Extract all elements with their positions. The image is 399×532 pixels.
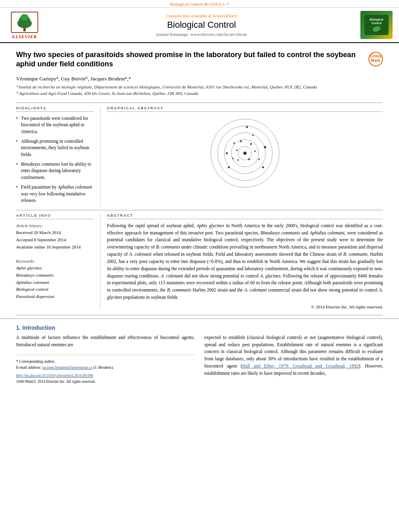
doi-link[interactable]: http://dx.doi.org/10.1016/j.biocontrol.2… xyxy=(16,373,195,378)
journal-header-center: Contents lists available at ScienceDirec… xyxy=(43,13,360,37)
keyword-5: Parasitoid dispersion xyxy=(16,293,94,300)
graphical-abstract-area xyxy=(107,115,383,191)
copyright: © 2014 Elsevier Inc. All rights reserved… xyxy=(107,304,383,309)
affiliation-a: ᵃ Institut de recherche en biologie végé… xyxy=(16,84,383,90)
svg-point-19 xyxy=(240,140,242,142)
received-date: Received 20 March 2014 xyxy=(16,229,94,236)
journal-issue-info: Biological Control 80 (2015) 1–7 xyxy=(170,2,229,6)
svg-point-21 xyxy=(236,150,238,151)
affiliation-b: ᵇ Agriculture and Agri-Food Canada, 430 … xyxy=(16,90,383,97)
journal-title: Biological Control xyxy=(43,20,360,30)
keyword-3: Aphidius colemani xyxy=(16,279,94,286)
article-info: Article history: Received 20 March 2014 … xyxy=(16,222,94,300)
elsevier-tree-icon xyxy=(10,11,39,33)
journal-homepage: journal homepage: www.elsevier.com/locat… xyxy=(43,32,360,37)
history-label: Article history: xyxy=(16,222,94,230)
authors-section: Véronique Gariepyᵃ, Guy Boivinᵇ, Jacques… xyxy=(0,73,399,99)
svg-point-27 xyxy=(252,134,254,136)
keywords-label: Keywords: xyxy=(16,258,94,265)
ref-hall[interactable]: Hall and Ehler, 1979; Greathead and Grea… xyxy=(242,364,359,368)
sciencedirect-link: Contents lists available at ScienceDirec… xyxy=(43,13,360,18)
keyword-1: Aphis glycines xyxy=(16,265,94,272)
list-item: Although promising in controlled environ… xyxy=(16,138,94,158)
highlights-graphical-section: HIGHLIGHTS Two parasitoids were consider… xyxy=(0,106,399,207)
divider-1 xyxy=(16,103,383,103)
divider-3 xyxy=(16,315,383,315)
bio-control-badge-icon: Biological Control xyxy=(364,15,389,35)
journal-badge: Biological Control xyxy=(360,11,393,39)
divider-2 xyxy=(16,210,383,210)
list-item: Field parasitism by Aphidius colemani wa… xyxy=(16,184,94,204)
article-info-column: ARTICLE INFO Article history: Received 2… xyxy=(16,214,101,309)
highlights-column: HIGHLIGHTS Two parasitoids were consider… xyxy=(16,106,101,207)
email-link[interactable]: jacques.brodeur@umontreal.ca xyxy=(42,365,93,370)
svg-point-25 xyxy=(258,158,260,160)
article-info-label: ARTICLE INFO xyxy=(16,214,94,219)
corresponding-note: * Corresponding author. xyxy=(16,358,195,364)
list-item: Binodaxys communis lost its ability to e… xyxy=(16,161,94,181)
svg-point-30 xyxy=(226,152,228,154)
elsevier-logo: ELSEVIER xyxy=(6,11,43,39)
article-title: Why two species of parasitoids showed pr… xyxy=(16,50,364,69)
svg-point-31 xyxy=(246,126,248,128)
list-item: Two parasitoids were considered for bioc… xyxy=(16,115,94,135)
svg-text:Biological: Biological xyxy=(370,18,383,21)
svg-text:Cross: Cross xyxy=(370,54,382,58)
svg-point-18 xyxy=(243,152,247,155)
highlights-list: Two parasitoids were considered for bioc… xyxy=(16,115,94,204)
highlights-label: HIGHLIGHTS xyxy=(16,106,94,112)
keyword-4: Biological control xyxy=(16,286,94,293)
svg-point-22 xyxy=(254,150,256,152)
svg-point-24 xyxy=(237,159,239,161)
available-date: Available online 16 September 2014 xyxy=(16,244,94,251)
crossmark-icon[interactable]: Cross Mark xyxy=(368,52,383,66)
intro-heading: 1. Introduction xyxy=(16,325,383,331)
accepted-date: Accepted 8 September 2014 xyxy=(16,236,94,244)
abstract-text: Following the rapid spread of soybean ap… xyxy=(107,222,383,301)
graphical-abstract-label: GRAPHICAL ABSTRACT xyxy=(107,106,383,112)
info-abstract-section: ARTICLE INFO Article history: Received 2… xyxy=(0,214,399,309)
graphical-abstract-svg xyxy=(207,115,283,191)
abstract-label: ABSTRACT xyxy=(107,214,383,219)
author-names: Véronique Gariepyᵃ, Guy Boivinᵇ, Jacques… xyxy=(16,76,383,82)
elsevier-wordmark: ELSEVIER xyxy=(12,34,37,39)
intro-col-right: expected to establish (classical biologi… xyxy=(204,334,383,384)
introduction-section: 1. Introduction A multitude of factors i… xyxy=(0,318,399,384)
svg-point-26 xyxy=(232,158,234,159)
footnotes: * Corresponding author. E-mail address: … xyxy=(16,355,195,384)
intro-col-left: A multitude of factors influence the est… xyxy=(16,334,195,384)
svg-text:Control: Control xyxy=(372,22,382,25)
intro-two-col: A multitude of factors influence the est… xyxy=(16,334,383,384)
svg-point-33 xyxy=(228,166,230,168)
issn-info: 1049-9644/© 2014 Elsevier Inc. All right… xyxy=(16,379,195,384)
article-title-section: Why two species of parasitoids showed pr… xyxy=(0,43,399,73)
journal-top-bar: Biological Control 80 (2015) 1–7 xyxy=(0,0,399,8)
svg-point-32 xyxy=(262,166,264,168)
abstract-column: ABSTRACT Following the rapid spread of s… xyxy=(101,214,383,309)
svg-point-29 xyxy=(264,146,266,148)
email-note: E-mail address: jacques.brodeur@umontrea… xyxy=(16,364,195,370)
journal-header: ELSEVIER Contents lists available at Sci… xyxy=(0,8,399,43)
svg-text:Mark: Mark xyxy=(371,58,380,63)
svg-point-23 xyxy=(248,158,250,160)
graphical-abstract-column: GRAPHICAL ABSTRACT xyxy=(101,106,383,207)
keyword-2: Binodaxys communis xyxy=(16,272,94,279)
svg-point-20 xyxy=(250,143,252,145)
svg-point-3 xyxy=(21,14,29,21)
keywords-list: Aphis glycines Binodaxys communis Aphidi… xyxy=(16,265,94,300)
svg-point-28 xyxy=(233,142,235,144)
